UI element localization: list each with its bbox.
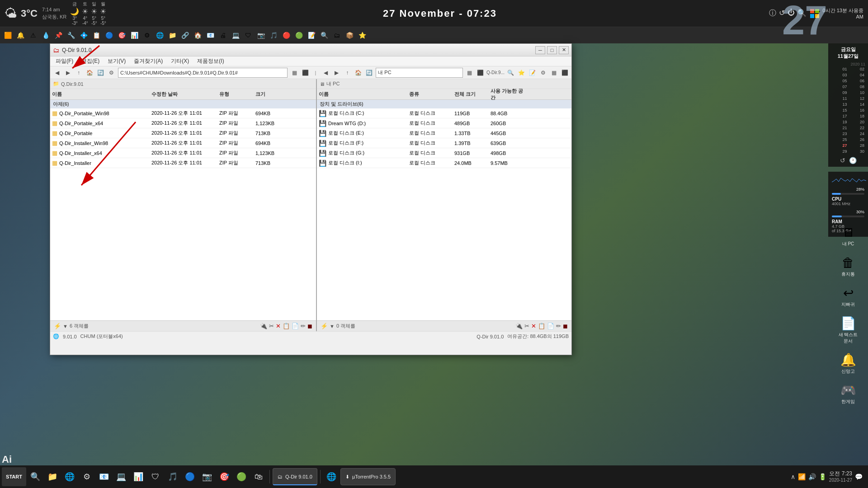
clock-tray[interactable]: 오전 7:23 2020-11-27 [829,470,852,484]
taskbar-utorrent-btn[interactable]: ⬇ µTorrentPro 3.5.5 [340,468,396,485]
toolbar-icon-26[interactable]: 🔍 [318,29,330,41]
status-paste-icon[interactable]: 📋 [283,323,290,329]
close-button[interactable]: ✕ [559,46,569,54]
toolbar-icon-15[interactable]: 🔗 [179,29,191,41]
r-col-header-free[interactable]: 사용 가능한 공간 [491,88,527,101]
tray-expand-icon[interactable]: ∧ [791,473,795,480]
toolbar-icon-18[interactable]: 🖨 [217,29,229,41]
status-copy-icon[interactable]: 🔌 [260,323,267,329]
tb-extra5[interactable]: ▦ [549,68,559,78]
tb-view-r[interactable]: ▦ [465,68,475,78]
taskbar-store[interactable]: 🛍 [250,469,267,485]
desktop-icon-hangame[interactable]: 🎮 한게임 [830,381,866,407]
menu-favorites[interactable]: 즐겨찾기(A) [130,56,166,66]
tray-sound-icon[interactable]: 🔊 [808,473,816,480]
toolbar-icon-28[interactable]: 📦 [344,29,355,41]
file-row-1[interactable]: ▦Q-Dir_Portable_x64 2020-11-26 오후 11:01 … [50,118,316,128]
drive-row-4[interactable]: 💾로컬 디스크 (G:) 로컬 디스크 931GB 498GB [317,148,571,158]
taskbar-apps6[interactable]: 📷 [199,469,215,485]
tb-split[interactable]: ⬛ [300,68,310,78]
taskbar-apps3[interactable]: 🛡 [147,469,164,485]
toolbar-icon-5[interactable]: 📌 [52,29,64,41]
tb-up-r[interactable]: ↑ [342,68,352,78]
toolbar-icon-1[interactable]: 🟧 [2,29,14,41]
tray-notification-icon[interactable]: 💬 [855,473,863,480]
tb-sync[interactable]: 🔄 [95,68,105,78]
status-extra-icon[interactable]: ◼ [307,323,312,329]
toolbar-icon-21[interactable]: 📷 [255,29,267,41]
menu-file[interactable]: 파일(F) [52,56,77,66]
desktop-icon-trash[interactable]: 🗑 휴지통 [830,253,866,279]
taskbar-apps4[interactable]: 🎵 [165,469,181,485]
desktop-icon-mypc[interactable]: 🖥 내 PC [830,223,866,249]
toolbar-icon-13[interactable]: 🌐 [154,29,165,41]
file-row-0[interactable]: ▦Q-Dir_Portable_Win98 2020-11-26 오후 11:0… [50,108,316,118]
taskbar-settings[interactable]: ⚙ [79,469,95,485]
taskbar-apps2[interactable]: 📊 [130,469,146,485]
file-row-5[interactable]: ▦Q-Dir_Installer 2020-11-26 오후 11:01 ZIP… [50,158,316,168]
tb-extra6[interactable]: ⬛ [560,68,570,78]
taskbar-apps8[interactable]: 🟢 [233,469,250,485]
r-status-copy-icon[interactable]: 🔌 [515,323,523,329]
tb-up[interactable]: ↑ [74,68,84,78]
desktop-icon-bird[interactable]: ↩ 지빠귀 [830,284,866,310]
drive-row-1[interactable]: 💾Dream WTG (D:) 로컬 디스크 489GB 260GB [317,118,571,128]
tb-forward[interactable]: ▶ [63,68,73,78]
r-status-rename-icon[interactable]: ✏ [556,323,561,329]
toolbar-icon-8[interactable]: 📋 [90,29,102,41]
tb-extra4[interactable]: ⚙ [538,68,548,78]
toolbar-icon-29[interactable]: ⭐ [356,29,368,41]
toolbar-icon-3[interactable]: ⚠ [27,29,39,41]
file-row-2[interactable]: ▦Q-Dir_Portable 2020-11-26 오후 11:01 ZIP … [50,128,316,138]
tb-back[interactable]: ◀ [52,68,62,78]
taskbar-apps1[interactable]: 💻 [113,469,129,485]
toolbar-icon-11[interactable]: 📊 [128,29,140,41]
r-col-header-total[interactable]: 전체 크기 [454,91,491,98]
left-address-bar[interactable]: C:\Users#CHUM#Downloads#Q.Dir.9.01#Q.Dir… [118,68,288,78]
tb-split-r[interactable]: ⬛ [476,68,486,78]
status-rename-icon[interactable]: ✏ [301,323,306,329]
toolbar-icon-14[interactable]: 📁 [166,29,178,41]
start-button[interactable]: START [2,467,26,486]
status-copy2-icon[interactable]: 📄 [292,323,299,329]
toolbar-icon-12[interactable]: ⚙ [141,29,153,41]
menu-info[interactable]: 제품정보(I) [193,56,227,66]
desktop-icon-newdoc[interactable]: 📄 새 텍스트문서 [830,314,866,346]
r-status-lightning-icon[interactable]: ⚡ [321,323,328,329]
drive-row-2[interactable]: 💾로컬 디스크 (E:) 로컬 디스크 1.33TB 445GB [317,128,571,138]
taskbar-mail[interactable]: 📧 [96,469,112,485]
status-lightning-icon[interactable]: ⚡ [54,323,61,329]
file-row-4[interactable]: ▦Q-Dir_Installer_x64 2020-11-26 오후 11:01… [50,148,316,158]
r-status-copy2-icon[interactable]: 📄 [547,323,554,329]
desktop-icon-sinmango[interactable]: 🔔 신망고 [830,351,866,376]
toolbar-icon-6[interactable]: 🔧 [65,29,77,41]
menu-edit[interactable]: 편집(E) [78,56,103,66]
toolbar-icon-22[interactable]: 🎵 [268,29,279,41]
tb-options[interactable]: ⚙ [106,68,116,78]
r-status-paste-icon[interactable]: 📋 [538,323,545,329]
tb-extra2[interactable]: ⭐ [516,68,526,78]
taskbar-qdir-btn[interactable]: 🗂 Q-Dir 9.01.0 [273,468,317,485]
taskbar-apps7[interactable]: 🎯 [216,469,232,485]
tb-refresh-r[interactable]: 🔄 [364,68,374,78]
menu-tools[interactable]: 기타(X) [167,56,193,66]
tb-extra3[interactable]: 📝 [527,68,537,78]
tray-network-icon[interactable]: 📶 [798,473,806,480]
r-status-cut-icon[interactable]: ✂ [524,323,529,329]
tray-battery-icon[interactable]: 🔋 [819,473,826,480]
taskbar-search[interactable]: 🔍 [27,469,43,485]
r-status-extra-icon[interactable]: ◼ [563,323,568,329]
col-header-name[interactable]: 이름 [52,91,151,98]
tb-view-type[interactable]: ▦ [289,68,299,78]
toolbar-icon-17[interactable]: 📧 [204,29,216,41]
calendar-clock-icon[interactable]: 🕐 [849,157,857,164]
toolbar-icon-10[interactable]: 🎯 [116,29,127,41]
status-del-icon[interactable]: ✕ [276,323,281,329]
toolbar-icon-2[interactable]: 🔔 [14,29,26,41]
col-header-date[interactable]: 수정한 날짜 [151,91,219,98]
tb-home-r[interactable]: 🏠 [353,68,363,78]
col-header-size[interactable]: 크기 [255,91,292,98]
taskbar-apps5[interactable]: 🔵 [182,469,198,485]
toolbar-icon-9[interactable]: 🔵 [103,29,115,41]
tb-back-r[interactable]: ◀ [321,68,330,78]
